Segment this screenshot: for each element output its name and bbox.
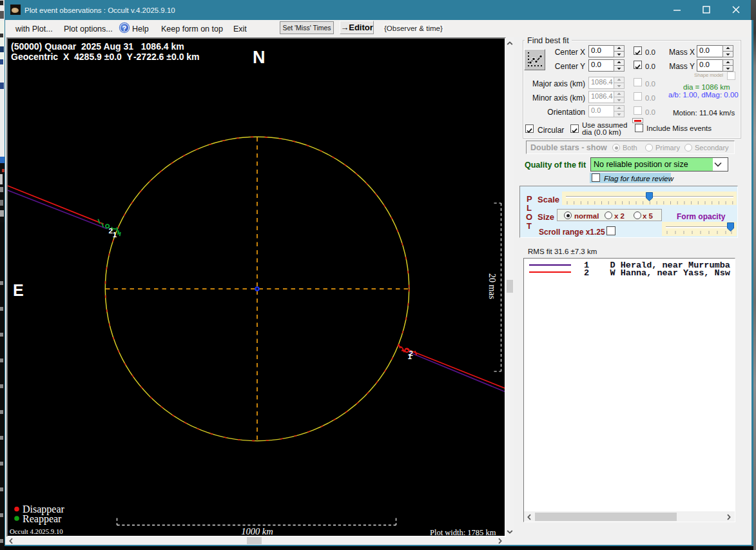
svg-text:20 mas: 20 mas [487,273,497,299]
svg-text:N: N [253,48,266,67]
svg-text:1: 1 [113,231,117,239]
svg-text:Geocentric X 4285.9 ±0.0 Y: Geocentric X 4285.9 ±0.0 Y -2722.6 ±0.0 … [11,52,200,62]
svg-text:Occult 4.2025.9.10: Occult 4.2025.9.10 [10,527,63,535]
svg-text:Reappear: Reappear [23,513,62,525]
svg-text:1: 1 [408,353,412,360]
svg-text:1000 km: 1000 km [241,526,273,536]
svg-text:Plot width: 1785 km: Plot width: 1785 km [430,528,496,536]
svg-text:E: E [13,281,24,299]
svg-text:(50000) Quaoar 2025 Aug 31: (50000) Quaoar 2025 Aug 31 1086.4 km [11,41,184,52]
